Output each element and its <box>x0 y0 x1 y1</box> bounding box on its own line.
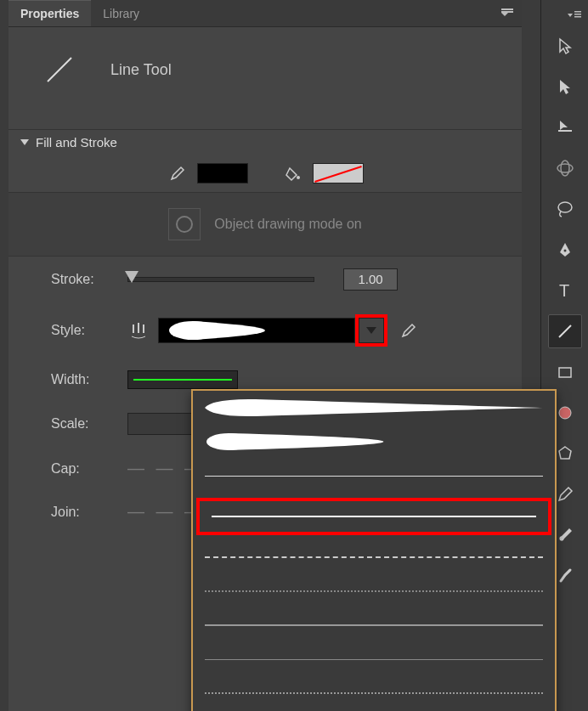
edit-stroke-style-icon[interactable] <box>398 322 420 339</box>
join-label: Join: <box>51 505 127 520</box>
stroke-row: Stroke: 1.00 <box>8 257 522 302</box>
svg-point-12 <box>561 161 569 176</box>
lasso-tool[interactable] <box>548 192 582 226</box>
svg-point-4 <box>177 217 192 232</box>
svg-point-14 <box>563 250 566 252</box>
section-header-fill-stroke[interactable]: Fill and Stroke <box>8 130 522 155</box>
object-drawing-toggle[interactable] <box>168 208 201 240</box>
disclosure-triangle-icon <box>20 139 29 145</box>
stroke-weight-slider[interactable] <box>127 277 314 282</box>
pen-tool[interactable] <box>548 233 582 267</box>
cap-label: Cap: <box>51 461 127 477</box>
text-tool[interactable]: T <box>548 274 582 308</box>
brush-library-icon[interactable] <box>127 321 150 340</box>
tools-panel-menu-icon[interactable] <box>561 7 588 22</box>
svg-rect-1 <box>501 11 513 13</box>
panel-menu-icon[interactable] <box>495 8 522 19</box>
style-option-hairline[interactable] <box>193 459 555 493</box>
style-option-solid[interactable] <box>196 498 551 535</box>
width-profile-select[interactable] <box>127 370 238 389</box>
svg-point-13 <box>558 202 572 212</box>
width-label: Width: <box>51 372 127 387</box>
svg-rect-9 <box>574 16 581 18</box>
stroke-color-swatch[interactable] <box>197 163 248 183</box>
style-row: Style: <box>8 302 522 358</box>
panel-tab-bar: Properties Library <box>8 0 522 27</box>
svg-text:T: T <box>559 281 569 300</box>
stroke-style-dropdown-menu <box>191 389 557 711</box>
style-option-dotted[interactable] <box>193 574 555 608</box>
tool-name-label: Line Tool <box>110 61 172 79</box>
tab-properties[interactable]: Properties <box>8 0 91 26</box>
style-option-ragged[interactable] <box>193 608 555 642</box>
tab-library[interactable]: Library <box>91 1 151 26</box>
3d-rotation-tool[interactable] <box>548 151 582 185</box>
stroke-weight-input[interactable]: 1.00 <box>343 268 398 291</box>
style-option-variable-1[interactable] <box>193 391 555 425</box>
stroke-style-preview[interactable] <box>158 318 355 343</box>
svg-point-3 <box>297 176 300 179</box>
rectangle-tool[interactable] <box>548 355 582 389</box>
pencil-stroke-icon <box>167 165 189 182</box>
free-transform-tool[interactable] <box>548 110 582 144</box>
svg-marker-19 <box>559 447 571 459</box>
stroke-style-dropdown-button[interactable] <box>359 318 384 343</box>
style-option-stipple[interactable] <box>193 642 555 676</box>
section-title: Fill and Stroke <box>36 135 117 150</box>
paint-bucket-fill-icon <box>282 165 304 182</box>
svg-point-11 <box>557 164 573 172</box>
svg-rect-7 <box>574 11 581 13</box>
color-row <box>8 155 522 192</box>
tool-header: Line Tool <box>8 27 522 129</box>
style-option-dashed[interactable] <box>193 540 555 574</box>
svg-rect-8 <box>574 14 581 15</box>
fill-color-swatch[interactable] <box>313 163 364 183</box>
line-tool[interactable] <box>548 314 582 348</box>
subselection-tool[interactable] <box>548 70 582 104</box>
svg-line-16 <box>559 325 571 337</box>
svg-line-2 <box>48 58 71 82</box>
scale-label: Scale: <box>51 416 127 432</box>
object-drawing-label: Object drawing mode on <box>214 217 361 232</box>
svg-point-18 <box>559 407 571 419</box>
style-label: Style: <box>51 323 127 338</box>
style-option-hatched[interactable] <box>193 676 555 710</box>
object-drawing-row: Object drawing mode on <box>8 192 522 257</box>
style-dropdown-highlight <box>355 314 387 347</box>
stroke-label: Stroke: <box>51 272 127 287</box>
style-option-variable-2[interactable] <box>193 425 555 459</box>
svg-rect-17 <box>559 368 571 377</box>
selection-tool[interactable] <box>548 29 582 63</box>
svg-rect-0 <box>501 8 513 10</box>
svg-rect-10 <box>558 130 572 132</box>
line-tool-icon <box>34 44 85 95</box>
